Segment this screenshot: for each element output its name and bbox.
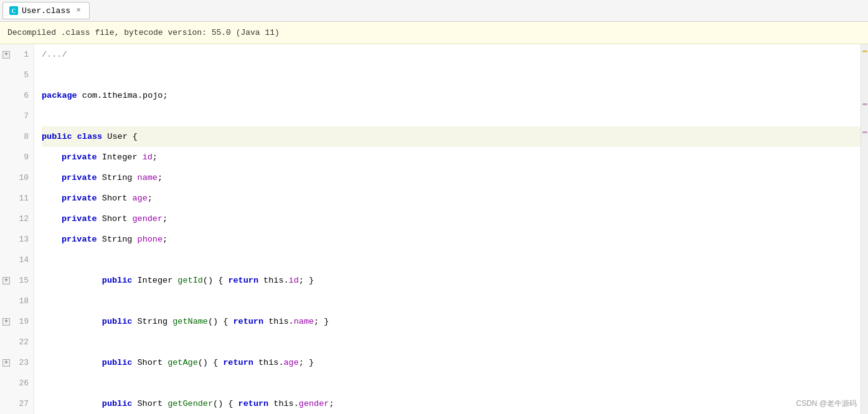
code-line-23: public Short getAge() { return this.age;… [42,352,861,373]
tab-user-class[interactable]: C User.class × [2,2,90,19]
vertical-scrollbar[interactable] [861,44,868,414]
code-line-19: public String getName() { return this.na… [42,311,861,332]
fold-icon-23[interactable]: + [2,359,10,367]
line-num-8: 8 [0,126,34,147]
info-banner: Decompiled .class file, bytecode version… [0,22,868,44]
line-num-22: 22 [0,332,34,352]
tab-title: User.class [22,6,70,16]
line-num-9: 9 [0,147,34,167]
tab-file-icon: C [9,6,18,15]
line-num-12: 12 [0,209,34,229]
code-line-9: private Integer id; [42,147,861,167]
fold-icon-1[interactable]: + [2,51,10,59]
code-line-12: private Short gender; [42,209,861,229]
code-area: + 1 5 6 7 8 9 10 11 12 13 14 + 15 18 + 1… [0,44,868,414]
code-line-15: public Integer getId() { return this.id;… [42,270,861,291]
line-num-6: 6 [0,85,34,106]
code-content: /.../ package com.itheima.pojo; public c… [34,44,861,414]
scroll-marker-2 [862,103,867,105]
line-num-1: + 1 [0,44,34,65]
code-line-27: public Short getGender() { return this.g… [42,393,861,414]
line-num-7: 7 [0,106,34,126]
line-num-26: 26 [0,373,34,393]
scroll-marker-3 [862,131,867,133]
line-num-14: 14 [0,250,34,270]
tab-close-button[interactable]: × [74,6,83,15]
decompile-info-text: Decompiled .class file, bytecode version… [7,28,280,37]
line-num-23: + 23 [0,352,34,373]
line-num-27: 27 [0,393,34,414]
code-line-6: package com.itheima.pojo; [42,85,861,106]
line-num-18: 18 [0,291,34,311]
code-line-1: /.../ [42,44,861,65]
fold-icon-15[interactable]: + [2,277,10,285]
line-num-10: 10 [0,167,34,188]
watermark: CSDN @老牛源码 [796,398,857,409]
line-num-11: 11 [0,188,34,209]
line-num-19: + 19 [0,311,34,332]
code-line-5 [42,65,861,85]
line-num-15: + 15 [0,270,34,291]
line-numbers-gutter: + 1 5 6 7 8 9 10 11 12 13 14 + 15 18 + 1… [0,44,34,414]
tab-bar: C User.class × [0,0,868,22]
code-line-11: private Short age; [42,188,861,209]
code-line-8: public class User { [42,126,861,147]
code-line-7 [42,106,861,126]
scroll-marker-1 [862,50,867,52]
line-num-5: 5 [0,65,34,85]
code-line-10: private String name; [42,167,861,188]
line-num-13: 13 [0,229,34,250]
fold-icon-19[interactable]: + [2,318,10,326]
code-line-13: private String phone; [42,229,861,250]
